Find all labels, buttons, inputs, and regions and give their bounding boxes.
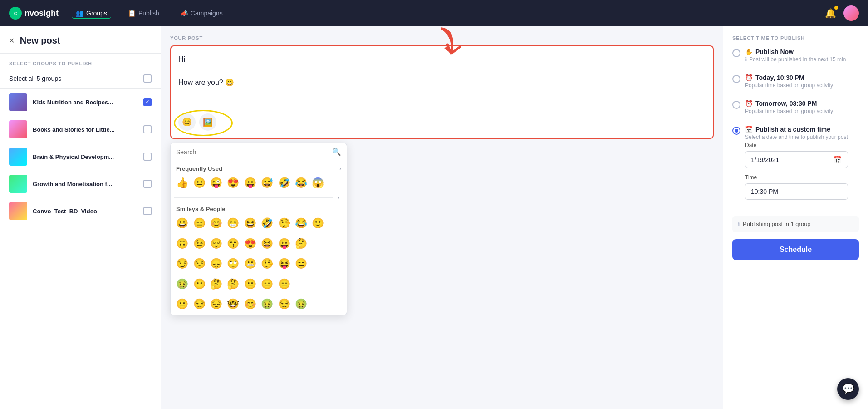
emoji-rolling-laugh[interactable]: 🤣	[276, 176, 292, 190]
emoji-unamused[interactable]: 😒	[191, 256, 207, 271]
group-checkbox-kids[interactable]: ✓	[143, 98, 152, 106]
nav-campaigns[interactable]: 📣 Campaigns	[177, 8, 226, 19]
emoji-squirting[interactable]: 😝	[276, 256, 292, 271]
nav-publish[interactable]: 📋 Publish	[124, 8, 163, 19]
emoji-no-mouth[interactable]: 😶	[191, 277, 207, 291]
emoji-thinking3[interactable]: 🤔	[225, 277, 241, 291]
emoji-kissing-closed[interactable]: 😙	[225, 237, 241, 251]
publish-now-radio[interactable]	[732, 49, 740, 57]
emoji-unamused2[interactable]: 😒	[191, 297, 207, 311]
select-all-checkbox[interactable]	[143, 74, 152, 83]
divider	[732, 70, 859, 70]
emoji-blush[interactable]: 😊	[208, 216, 224, 231]
publishing-info-text: Publishing post in 1 group	[743, 221, 811, 227]
emoji-search-input[interactable]	[176, 148, 329, 156]
group-thumb-kids	[9, 93, 27, 111]
emoji-beaming[interactable]: 😁	[225, 216, 241, 231]
emoji-joyful[interactable]: 😂	[293, 216, 309, 231]
emoji-thinking2[interactable]: 🤔	[208, 277, 224, 291]
emoji-relieved[interactable]: 😌	[208, 237, 224, 251]
group-checkbox-books[interactable]	[143, 125, 152, 133]
chat-icon: 💬	[842, 383, 854, 395]
emoji-heart-eyes2[interactable]: 😍	[242, 237, 258, 251]
time-input[interactable]: 10:30 PM	[745, 183, 848, 200]
emoji-lying2[interactable]: 🤥	[259, 256, 275, 271]
tomorrow-option[interactable]: ⏰ Tomorrow, 03:30 PM Popular time based …	[732, 100, 859, 114]
emoji-laughing[interactable]: 😆	[259, 237, 275, 251]
emoji-nerd[interactable]: 🤓	[225, 297, 241, 311]
post-text[interactable]: Hi! How are you? 😀	[178, 54, 706, 108]
schedule-button[interactable]: Schedule	[732, 239, 859, 260]
radio-inner-dot	[735, 129, 738, 133]
group-checkbox-convo[interactable]	[143, 207, 152, 215]
emoji-expressionless3[interactable]: 😑	[259, 277, 275, 291]
emoji-expressionless[interactable]: 😑	[191, 216, 207, 231]
emoji-expressionless4[interactable]: 😑	[276, 277, 292, 291]
emoji-wink[interactable]: 😉	[191, 237, 207, 251]
emoji-rofl[interactable]: 🤣	[259, 216, 275, 231]
emoji-upside-down[interactable]: 🙃	[174, 237, 190, 251]
image-button[interactable]: 🖼️	[199, 113, 216, 131]
emoji-neutral2[interactable]: 😐	[242, 277, 258, 291]
custom-time-radio[interactable]	[732, 127, 740, 135]
group-name-convo: Convo_Test_BD_Video	[33, 208, 138, 215]
group-item[interactable]: Convo_Test_BD_Video	[0, 197, 161, 225]
logo[interactable]: c nvosight	[9, 7, 59, 20]
emoji-stuck-out[interactable]: 😛	[276, 237, 292, 251]
notifications[interactable]: 🔔	[825, 8, 836, 19]
emoji-pensive[interactable]: 😔	[208, 297, 224, 311]
group-name-kids: Kids Nutrition and Recipes...	[33, 99, 138, 106]
emoji-grin[interactable]: 😀	[174, 216, 190, 231]
custom-time-desc: Select a date and time to publish your p…	[745, 134, 848, 140]
emoji-heart-eyes[interactable]: 😍	[225, 176, 241, 190]
group-item[interactable]: Growth and Monetisation f...	[0, 170, 161, 197]
chat-fab[interactable]: 💬	[837, 378, 859, 400]
group-item[interactable]: Brain & Physical Developm...	[0, 143, 161, 170]
publish-now-desc: ℹ Post will be published in the next 15 …	[745, 56, 846, 63]
emoji-nauseated[interactable]: 🤢	[174, 277, 190, 291]
publish-now-option[interactable]: ✋ Publish Now ℹ Post will be published i…	[732, 48, 859, 63]
date-value: 1/19/2021	[751, 156, 779, 163]
emoji-laugh-cry[interactable]: 😂	[293, 176, 309, 190]
emoji-thumbsup[interactable]: 👍	[174, 176, 190, 190]
group-checkbox-brain[interactable]	[143, 153, 152, 161]
select-all-row[interactable]: Select all 5 groups	[0, 71, 161, 89]
emoji-neutral3[interactable]: 😐	[174, 297, 190, 311]
emoji-disappointed[interactable]: 😞	[208, 256, 224, 271]
emoji-nauseated3[interactable]: 🤢	[293, 297, 309, 311]
emoji-smirk[interactable]: 😏	[174, 256, 190, 271]
emoji-grimace[interactable]: 😬	[242, 256, 258, 271]
emoji-lying[interactable]: 🤥	[276, 216, 292, 231]
nav-icons: 🔔	[825, 5, 859, 21]
close-button[interactable]: ×	[9, 35, 15, 46]
emoji-stuck-tongue[interactable]: 😛	[242, 176, 258, 190]
emoji-neutral[interactable]: 😐	[191, 176, 207, 190]
emoji-scream[interactable]: 😱	[310, 176, 326, 190]
emoji-slightly-smiling[interactable]: 🙂	[310, 216, 326, 231]
alarm-icon-tomorrow: ⏰	[745, 100, 753, 107]
today-option[interactable]: ⏰ Today, 10:30 PM Popular time based on …	[732, 74, 859, 89]
group-item[interactable]: Kids Nutrition and Recipes... ✓	[0, 89, 161, 116]
tomorrow-radio[interactable]	[732, 101, 740, 109]
emoji-thinking[interactable]: 🤔	[293, 237, 309, 251]
emoji-expressionless2[interactable]: 😑	[293, 256, 309, 271]
custom-time-option[interactable]: 📅 Publish at a custom time Select a date…	[732, 126, 859, 209]
calendar-picker-icon[interactable]: 📅	[833, 155, 842, 164]
page-title: New post	[20, 35, 60, 46]
emoji-nauseated2[interactable]: 🤢	[259, 297, 275, 311]
emoji-squint-laugh[interactable]: 😆	[242, 216, 258, 231]
main-content: YOUR POST Hi! How are you? 😀 😊 🖼️ 🔍 Freq…	[161, 26, 723, 409]
group-item[interactable]: Books and Stories for Little...	[0, 116, 161, 143]
user-avatar[interactable]	[843, 5, 859, 21]
emoji-blush2[interactable]: 😊	[242, 297, 258, 311]
nav-groups[interactable]: 👥 Groups	[72, 8, 111, 19]
today-radio[interactable]	[732, 75, 740, 83]
emoji-unamused3[interactable]: 😒	[276, 297, 292, 311]
emoji-sweat-smile[interactable]: 😅	[259, 176, 275, 190]
emoji-eyeroll[interactable]: 🙄	[225, 256, 241, 271]
emoji-button[interactable]: 😊	[178, 113, 196, 131]
group-checkbox-growth[interactable]	[143, 180, 152, 188]
date-input[interactable]: 1/19/2021 📅	[745, 151, 848, 168]
calendar-icon: 📅	[745, 126, 753, 133]
emoji-wink-tongue[interactable]: 😜	[208, 176, 224, 190]
